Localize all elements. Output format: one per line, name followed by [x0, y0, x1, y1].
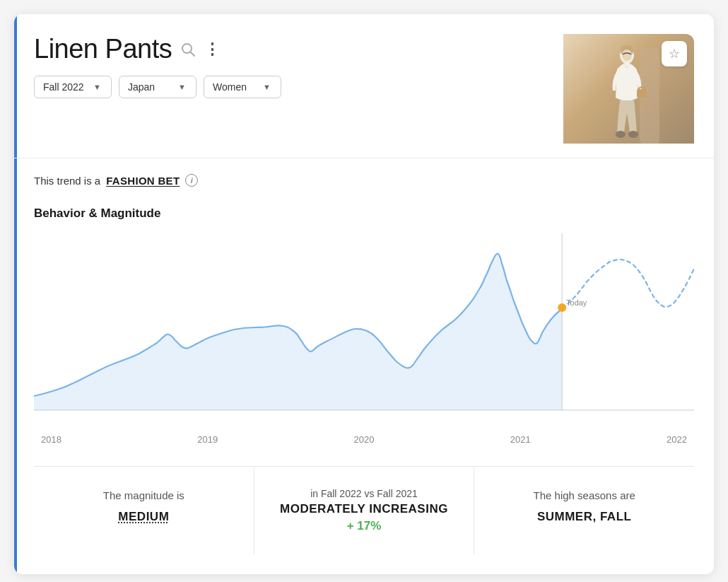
region-dropdown[interactable]: Japan ▼ — [119, 76, 196, 98]
fashion-bet-prefix: This trend is a — [34, 175, 100, 187]
x-label-2021: 2021 — [510, 434, 531, 445]
seasons-value: SUMMER, FALL — [488, 510, 680, 524]
seasons-label: The high seasons are — [488, 488, 680, 504]
stats-row: The magnitude is MEDIUM in Fall 2022 vs … — [34, 466, 694, 554]
trend-chart: Today — [34, 233, 694, 424]
svg-line-1 — [191, 52, 195, 56]
svg-text:Today: Today — [566, 298, 587, 307]
person-illustration — [597, 41, 661, 144]
svg-point-8 — [628, 131, 638, 138]
region-label: Japan — [128, 81, 155, 93]
magnitude-value[interactable]: MEDIUM — [48, 510, 240, 524]
more-options-icon[interactable]: ⋮ — [204, 40, 221, 59]
x-label-2020: 2020 — [354, 434, 375, 445]
dropdowns-row: Fall 2022 ▼ Japan ▼ Women ▼ — [34, 76, 281, 98]
fashion-bet-row: This trend is a FASHION BET i — [34, 174, 694, 187]
seasons-stat: The high seasons are SUMMER, FALL — [474, 467, 694, 554]
magnitude-stat: The magnitude is MEDIUM — [34, 467, 254, 554]
x-label-2019: 2019 — [197, 434, 218, 445]
title-row: Linen Pants ⋮ — [34, 34, 281, 64]
chart-svg: Today — [34, 233, 694, 424]
gender-label: Women — [213, 81, 247, 93]
x-label-2018: 2018 — [41, 434, 61, 445]
magnitude-label: The magnitude is — [48, 488, 240, 504]
main-card: Linen Pants ⋮ Fall 2022 ▼ Japan ▼ — [14, 14, 714, 574]
season-dropdown[interactable]: Fall 2022 ▼ — [34, 76, 112, 98]
trend-sub-label: in Fall 2022 vs Fall 2021 — [269, 488, 460, 499]
content-area: This trend is a FASHION BET i Behavior &… — [14, 158, 714, 574]
header-left: Linen Pants ⋮ Fall 2022 ▼ Japan ▼ — [34, 34, 281, 98]
svg-point-7 — [616, 131, 626, 138]
trend-image: ☆ — [563, 34, 694, 144]
chart-section-title: Behavior & Magnitude — [34, 206, 694, 221]
gender-dropdown[interactable]: Women ▼ — [204, 76, 281, 98]
search-icon[interactable] — [180, 42, 196, 57]
svg-rect-6 — [637, 89, 647, 98]
season-chevron-icon: ▼ — [93, 83, 101, 91]
region-chevron-icon: ▼ — [178, 83, 186, 91]
star-icon: ☆ — [669, 46, 680, 62]
x-label-2022: 2022 — [667, 434, 687, 445]
trend-value: MODERATELY INCREASING — [269, 502, 460, 516]
fashion-bet-link[interactable]: FASHION BET — [106, 175, 180, 187]
trend-percent: + 17% — [269, 519, 460, 533]
svg-point-5 — [622, 50, 632, 61]
info-icon[interactable]: i — [185, 174, 198, 187]
x-axis-labels: 2018 2019 2020 2021 2022 — [34, 430, 694, 445]
header: Linen Pants ⋮ Fall 2022 ▼ Japan ▼ — [14, 14, 714, 158]
season-label: Fall 2022 — [43, 81, 84, 93]
gender-chevron-icon: ▼ — [263, 83, 271, 91]
favorite-button[interactable]: ☆ — [662, 41, 687, 66]
today-dot — [558, 303, 566, 312]
page-title: Linen Pants — [34, 34, 172, 64]
trend-stat: in Fall 2022 vs Fall 2021 MODERATELY INC… — [254, 467, 475, 554]
